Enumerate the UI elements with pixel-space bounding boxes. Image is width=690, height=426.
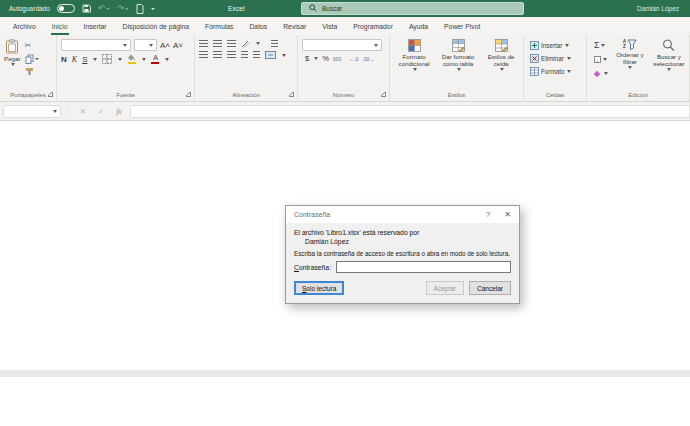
number-format-select[interactable]: [302, 39, 382, 51]
clipboard-dialog-launcher-icon[interactable]: [48, 92, 53, 97]
tab-inicio[interactable]: Inicio: [44, 17, 76, 35]
wrap-text-icon[interactable]: [271, 40, 278, 48]
alignment-dialog-launcher-icon[interactable]: [289, 92, 294, 97]
fill-color-caret-icon[interactable]: [142, 58, 146, 61]
italic-button[interactable]: K: [72, 55, 77, 64]
cancel-button[interactable]: Cancelar: [469, 281, 511, 295]
readonly-button[interactable]: Solo lectura: [294, 281, 344, 295]
merge-center-icon[interactable]: [265, 51, 276, 59]
insert-cells-icon: [530, 41, 539, 50]
find-select-button[interactable]: Buscar y seleccionar: [652, 39, 686, 88]
font-size-select[interactable]: [134, 39, 157, 51]
percent-format-icon[interactable]: %: [322, 54, 329, 63]
underline-button[interactable]: S: [82, 55, 87, 64]
cut-icon[interactable]: ✂: [25, 40, 39, 51]
font-name-select[interactable]: [61, 39, 131, 51]
password-input[interactable]: [336, 261, 511, 273]
close-icon[interactable]: ✕: [504, 211, 511, 219]
increase-indent-icon[interactable]: [253, 51, 260, 59]
conditional-formatting-button[interactable]: Formato condicional: [394, 39, 434, 88]
search-icon: [309, 4, 317, 12]
tab-power-pivot[interactable]: Power Pivot: [436, 17, 488, 35]
decrease-indent-icon[interactable]: [241, 51, 248, 59]
cell-styles-button[interactable]: Estilos de celda: [482, 39, 520, 88]
document-icon[interactable]: [136, 4, 144, 14]
formula-input[interactable]: [130, 105, 690, 118]
tab-ayuda[interactable]: Ayuda: [401, 17, 436, 35]
tab-revisar[interactable]: Revisar: [275, 17, 314, 35]
clear-icon[interactable]: [594, 68, 608, 79]
user-name[interactable]: Damián López: [637, 5, 679, 12]
currency-format-icon[interactable]: $: [305, 54, 309, 63]
insert-function-icon[interactable]: fx: [112, 107, 126, 116]
password-label-rest: ontraseña:: [299, 264, 331, 271]
fill-icon[interactable]: ↓: [594, 54, 608, 65]
currency-caret-icon[interactable]: [314, 57, 318, 60]
tab-archivo[interactable]: Archivo: [5, 17, 44, 35]
confirm-entry-icon[interactable]: ✓: [94, 107, 108, 116]
tab-vista[interactable]: Vista: [314, 17, 345, 35]
insert-cells-button[interactable]: Insertar: [530, 39, 583, 51]
tab-disposicion[interactable]: Disposición de página: [115, 17, 198, 35]
tab-formulas[interactable]: Fórmulas: [197, 17, 241, 35]
orientation-caret-icon[interactable]: [256, 42, 260, 45]
fill-color-icon[interactable]: [127, 54, 136, 64]
number-dialog-launcher-icon[interactable]: [381, 92, 386, 97]
clear-caret-icon: [604, 72, 608, 75]
copy-icon[interactable]: [25, 53, 39, 64]
format-as-table-button[interactable]: Dar formato como tabla: [438, 39, 478, 88]
paste-caret-icon[interactable]: [11, 63, 15, 66]
underline-caret-icon[interactable]: [93, 58, 97, 61]
group-label-clipboard: Portapapeles: [10, 92, 45, 98]
search-box[interactable]: Buscar: [301, 2, 524, 15]
save-icon[interactable]: [82, 4, 91, 13]
format-cells-button[interactable]: Formato: [530, 65, 583, 77]
bold-button[interactable]: N: [61, 55, 67, 64]
clipboard-icon: [5, 39, 19, 54]
sort-filter-icon: AZ: [623, 39, 637, 50]
undo-icon[interactable]: ↶: [98, 4, 110, 13]
format-painter-icon[interactable]: [25, 66, 39, 77]
tab-insertar[interactable]: Insertar: [76, 17, 115, 35]
increase-decimal-icon[interactable]: ←.0: [349, 56, 358, 62]
delete-cells-button[interactable]: Eliminar: [530, 52, 583, 64]
redo-icon[interactable]: ↷: [117, 4, 129, 13]
accept-button[interactable]: Aceptar: [426, 281, 464, 295]
align-center-icon[interactable]: [213, 51, 222, 59]
formula-bar-handle[interactable]: ⋮: [65, 107, 72, 115]
sort-filter-button[interactable]: AZ Ordenar y filtrar: [614, 39, 646, 88]
borders-icon[interactable]: [102, 54, 112, 64]
delete-cells-icon: [530, 54, 539, 63]
borders-caret-icon[interactable]: [118, 58, 122, 61]
orientation-icon[interactable]: [241, 39, 250, 48]
help-icon[interactable]: ?: [486, 211, 490, 219]
align-bottom-icon[interactable]: [227, 40, 236, 48]
decrease-font-icon[interactable]: A˅: [173, 41, 183, 50]
increase-font-icon[interactable]: A˄: [160, 41, 170, 50]
conditional-formatting-icon: [408, 39, 421, 52]
decrease-decimal-icon[interactable]: .00→: [362, 56, 374, 62]
qat-customize-caret-icon[interactable]: [151, 8, 155, 10]
group-alignment: Alineación: [195, 35, 298, 101]
name-box[interactable]: [3, 105, 61, 118]
autosum-icon[interactable]: Σ: [594, 40, 608, 51]
redo-caret-icon: [125, 8, 129, 10]
align-top-icon[interactable]: [199, 40, 208, 48]
thousands-format-icon[interactable]: 000: [333, 56, 341, 62]
autosave-toggle[interactable]: [57, 4, 75, 13]
cancel-entry-icon[interactable]: ✕: [76, 107, 90, 116]
name-box-caret-icon: [53, 110, 57, 113]
redo-glyph: ↷: [117, 4, 124, 13]
font-color-caret-icon[interactable]: [165, 58, 169, 61]
align-middle-icon[interactable]: [213, 40, 222, 48]
sort-filter-caret-icon: [628, 66, 632, 69]
merge-caret-icon[interactable]: [282, 54, 286, 57]
align-left-icon[interactable]: [199, 51, 208, 59]
font-color-icon[interactable]: A: [151, 54, 159, 64]
group-number: $ % 000 ←.0 .00→ Número: [298, 35, 390, 101]
paste-button[interactable]: Pegar: [4, 39, 21, 88]
align-right-icon[interactable]: [227, 51, 236, 59]
tab-datos[interactable]: Datos: [241, 17, 275, 35]
font-dialog-launcher-icon[interactable]: [186, 92, 191, 97]
tab-programador[interactable]: Programador: [345, 17, 401, 35]
